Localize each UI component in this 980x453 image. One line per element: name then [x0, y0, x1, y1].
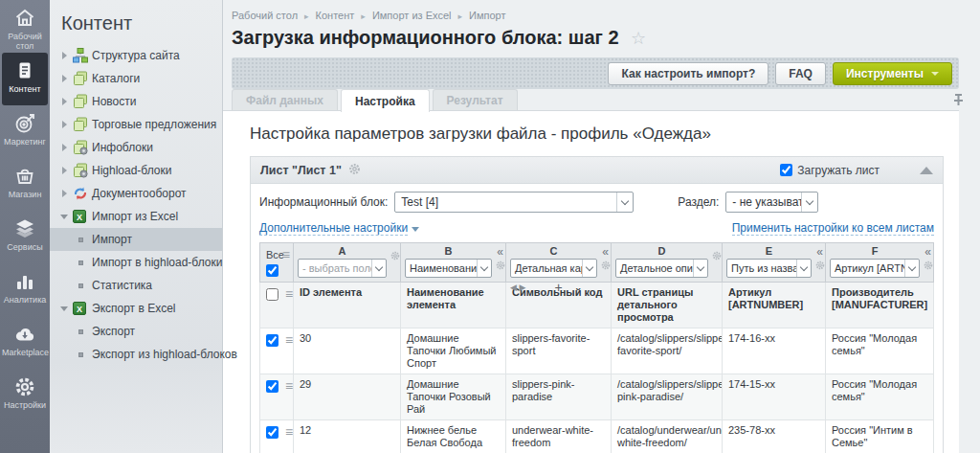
left-rail: Рабочий столКонтентМаркетингМагазинСерви…	[0, 0, 50, 453]
chevron-right-icon[interactable]	[62, 167, 67, 174]
rail-item-магазин[interactable]: Магазин	[0, 158, 50, 211]
pin-icon[interactable]	[952, 93, 965, 111]
how-to-configure-import-button[interactable]: Как настроить импорт?	[608, 62, 768, 85]
row-artnumber-cell: 174-16-xx	[722, 328, 826, 374]
sidebar-item-label: Импорт в highload-блоки	[92, 251, 222, 274]
add-column-icon[interactable]: +	[554, 280, 562, 295]
sidebar-item-label: Торговые предложения	[92, 113, 216, 136]
chevron-down-icon[interactable]	[60, 215, 68, 219]
sidebar-item-12[interactable]: Экспорт	[50, 320, 222, 343]
rail-item-label: Рабочий стол	[0, 32, 50, 51]
column-map-cell-C: CДетальная картинк«◀ ▶+	[505, 242, 612, 283]
collapse-column-icon[interactable]: «	[813, 247, 826, 257]
chevron-right-icon[interactable]	[62, 121, 67, 128]
field-select-F[interactable]: Артикул [ARTNUMBE	[830, 259, 920, 278]
sidebar-item-1[interactable]: Каталоги	[50, 67, 222, 90]
rail-item-рабочий-стол[interactable]: Рабочий стол	[0, 0, 50, 53]
sidebar-item-9[interactable]: Импорт в highload-блоки	[50, 251, 222, 274]
sidebar-item-4[interactable]: Инфоблоки	[50, 136, 222, 159]
tools-button[interactable]: Инструменты	[833, 62, 952, 85]
sheet-panel-body: Информационный блок: Test [4] Раздел: - …	[251, 184, 943, 453]
chevron-right-icon[interactable]	[62, 98, 67, 105]
column-letter: C	[510, 245, 597, 259]
tab-0[interactable]: Файл данных	[232, 89, 338, 110]
drag-handle-icon[interactable]: ≡	[282, 249, 290, 260]
collapse-column-icon[interactable]: «	[494, 247, 506, 257]
load-sheet-checkbox[interactable]	[780, 164, 792, 176]
breadcrumb-item-1[interactable]: Контент	[316, 10, 355, 21]
sidebar-item-13[interactable]: Экспорт из highload-блоков	[50, 343, 222, 366]
advanced-settings-link[interactable]: Дополнительные настройки	[259, 221, 408, 236]
rail-item-контент[interactable]: Контент	[2, 53, 48, 105]
column-gear-icon[interactable]	[924, 257, 933, 273]
header-row-checkbox[interactable]	[266, 288, 278, 301]
row-select-cell: ≡	[259, 328, 294, 374]
breadcrumb-item-0[interactable]: Рабочий стол	[232, 10, 298, 21]
drag-handle-icon[interactable]: ≡	[285, 426, 293, 438]
field-select-E[interactable]: Путь из названий р	[726, 259, 812, 278]
select-all-checkbox[interactable]	[266, 264, 278, 277]
chevron-right-icon[interactable]	[62, 144, 67, 151]
column-gear-icon[interactable]	[496, 257, 505, 273]
chart-icon	[0, 270, 50, 295]
collapse-column-icon[interactable]: «	[599, 247, 612, 257]
content-sidebar: Контент Структура сайтаКаталогиНовостиТо…	[50, 0, 223, 453]
sidebar-item-5[interactable]: Highload-блоки	[50, 159, 222, 182]
field-select-C[interactable]: Детальная картинк	[510, 259, 597, 278]
column-gear-icon[interactable]	[815, 257, 825, 273]
sidebar-item-8[interactable]: Импорт	[50, 228, 222, 251]
rail-item-label: Маркетинг	[0, 137, 50, 147]
rail-item-marketplace[interactable]: Marketplace	[0, 316, 50, 369]
main-area: Рабочий стол▸Контент▸Импорт из Excel▸Имп…	[223, 0, 980, 453]
collapse-sheet-icon[interactable]	[920, 167, 933, 174]
rail-item-настройки[interactable]: Настройки	[0, 369, 50, 421]
drag-handle-icon[interactable]: ≡	[285, 380, 293, 392]
row-checkbox[interactable]	[266, 380, 278, 393]
rail-item-аналитика[interactable]: Аналитика	[0, 263, 50, 316]
page-title: Загрузка информационного блока: шаг 2	[232, 27, 619, 48]
field-select-D[interactable]: Детальное описание	[615, 259, 708, 278]
chevron-right-icon[interactable]	[62, 190, 67, 197]
field-select-B[interactable]: Наименование элем	[405, 259, 492, 278]
sidebar-item-label: Экспорт	[92, 320, 135, 343]
sidebar-item-11[interactable]: XЭкспорт в Excel	[50, 297, 222, 320]
column-gear-icon[interactable]	[712, 247, 722, 263]
collapse-column-icon[interactable]: «	[922, 247, 934, 257]
row-checkbox[interactable]	[266, 426, 278, 439]
iblock-select[interactable]: Test [4]	[394, 192, 634, 213]
sidebar-item-6[interactable]: Документооборот	[50, 182, 222, 205]
breadcrumb-item-2[interactable]: Импорт из Excel	[372, 10, 452, 21]
sidebar-item-7[interactable]: XИмпорт из Excel	[50, 205, 222, 228]
sidebar-item-3[interactable]: Торговые предложения	[50, 113, 222, 136]
chevron-right-icon[interactable]	[62, 75, 67, 82]
drag-handle-icon[interactable]: ≡	[285, 334, 293, 346]
sheet-settings-gear-icon[interactable]	[348, 162, 361, 179]
tab-2[interactable]: Результат	[433, 89, 518, 110]
chevron-down-icon	[477, 260, 491, 277]
load-sheet-label: Загружать лист	[797, 164, 880, 177]
faq-button[interactable]: FAQ	[775, 62, 826, 85]
move-column-arrows-icon[interactable]: ◀ ▶	[510, 283, 525, 292]
column-gear-icon[interactable]	[390, 247, 400, 263]
favorite-star-icon[interactable]: ☆	[631, 28, 646, 49]
sidebar-item-10[interactable]: Статистика	[50, 274, 222, 297]
column-gear-icon[interactable]	[601, 257, 611, 273]
row-checkbox[interactable]	[266, 334, 278, 347]
column-letter: E	[726, 245, 812, 259]
sidebar-item-0[interactable]: Структура сайта	[50, 44, 222, 67]
rail-item-сервисы[interactable]: Сервисы	[0, 211, 50, 263]
sidebar-item-2[interactable]: Новости	[50, 90, 222, 113]
column-map-cell-B: BНаименование элем«	[400, 242, 506, 283]
chevron-down-icon[interactable]	[60, 306, 68, 311]
drag-handle-icon[interactable]: ≡	[285, 288, 293, 300]
rail-item-маркетинг[interactable]: Маркетинг	[0, 105, 50, 158]
section-select[interactable]: - не указывать -	[725, 192, 818, 213]
bullet-icon	[78, 283, 83, 288]
chevron-down-icon	[371, 260, 386, 277]
field-select-A[interactable]: - выбрать поле -	[298, 259, 387, 278]
tab-1[interactable]: Настройка	[341, 89, 430, 112]
apply-to-all-sheets-link[interactable]: Применить настройки ко всем листам	[732, 221, 934, 236]
file-header-cell: Производитель [MANUFACTURER]	[825, 282, 934, 328]
chevron-right-icon[interactable]	[62, 52, 67, 59]
table-row: ≡30Домашние Тапочки Любимый Спортslipper…	[259, 328, 934, 374]
